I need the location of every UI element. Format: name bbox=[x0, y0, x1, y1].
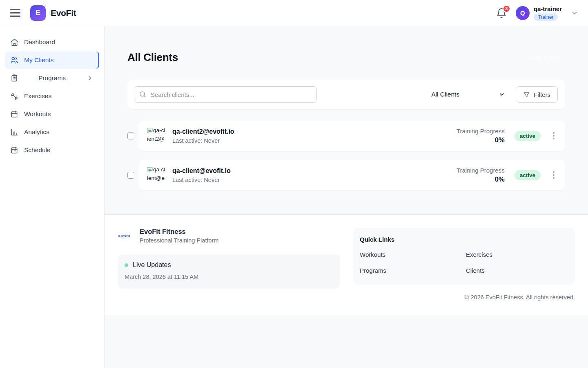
sidebar-item-schedule[interactable]: Schedule bbox=[5, 141, 99, 159]
row-menu-kebab-icon[interactable] bbox=[550, 170, 557, 180]
client-card[interactable]: qa-client@evofit.io qa-client@evofit.io … bbox=[139, 160, 565, 190]
chevron-down-icon[interactable] bbox=[571, 9, 578, 17]
quick-links-card: Quick Links Workouts Exercises Programs … bbox=[353, 228, 575, 285]
quick-links-title: Quick Links bbox=[360, 236, 568, 243]
schedule-icon bbox=[10, 146, 19, 155]
client-email: qa-client2@evofit.io bbox=[172, 128, 234, 135]
broken-image-icon bbox=[147, 128, 153, 133]
status-badge: active bbox=[514, 131, 541, 141]
sidebar-item-label: Schedule bbox=[24, 146, 51, 154]
user-menu[interactable]: Q qa-trainer Trainer bbox=[516, 5, 562, 21]
add-client-button[interactable]: Add Client bbox=[526, 50, 565, 65]
live-updates-title: Live Updates bbox=[133, 261, 171, 269]
sidebar-item-label: Analytics bbox=[24, 128, 49, 136]
footer-logo: ◂▸ EvoFit bbox=[118, 234, 134, 238]
notifications-button[interactable]: 3 bbox=[496, 8, 507, 18]
client-last-active: Last active: Never bbox=[172, 137, 234, 144]
training-progress-label: Training Progress bbox=[457, 128, 505, 135]
brand-name: EvoFit bbox=[51, 8, 76, 18]
client-list: qa-client2@evofit.io qa-client2@evofit.i… bbox=[105, 109, 588, 190]
search-box bbox=[134, 86, 317, 103]
home-icon bbox=[10, 38, 19, 47]
filters-button[interactable]: Filters bbox=[516, 86, 558, 103]
sidebar-item-programs[interactable]: Programs bbox=[5, 70, 99, 87]
sidebar-item-workouts[interactable]: Workouts bbox=[5, 105, 99, 123]
footer-brand-name: EvoFit Fitness bbox=[140, 228, 218, 236]
brand: E EvoFit bbox=[30, 5, 76, 21]
live-updates-timestamp: March 28, 2026 at 11:15 AM bbox=[125, 274, 333, 280]
sidebar-item-label: My Clients bbox=[24, 56, 53, 64]
sidebar-item-label: Exercises bbox=[24, 92, 51, 100]
page-footer: ◂▸ EvoFit EvoFit Fitness Professional Tr… bbox=[105, 214, 588, 315]
client-email: qa-client@evofit.io bbox=[172, 167, 231, 175]
avatar: Q bbox=[516, 6, 530, 20]
top-header: E EvoFit 3 Q qa-trainer Trainer bbox=[0, 0, 588, 26]
clients-toolbar: All Clients Filters bbox=[127, 80, 565, 109]
sidebar-item-label: Programs bbox=[24, 74, 80, 82]
sidebar-item-my-clients[interactable]: My Clients bbox=[5, 52, 99, 69]
client-last-active: Last active: Never bbox=[172, 177, 231, 183]
funnel-icon bbox=[523, 91, 530, 98]
filters-button-label: Filters bbox=[534, 91, 550, 98]
search-icon bbox=[139, 90, 147, 100]
status-badge: active bbox=[514, 170, 541, 180]
training-progress-label: Training Progress bbox=[457, 167, 505, 174]
broken-image-icon bbox=[147, 167, 153, 172]
main-content: All Clients Add Client All Clients Filte… bbox=[105, 26, 588, 368]
evofit-logo: E bbox=[30, 5, 46, 21]
sidebar-item-label: Workouts bbox=[24, 110, 51, 118]
sidebar-item-label: Dashboard bbox=[24, 38, 55, 46]
hamburger-menu-icon[interactable] bbox=[10, 7, 21, 19]
training-progress-value: 0% bbox=[495, 136, 505, 144]
chevron-down-icon bbox=[499, 91, 505, 98]
page-title: All Clients bbox=[127, 51, 178, 64]
client-row: qa-client2@evofit.io qa-client2@evofit.i… bbox=[127, 121, 565, 151]
client-card[interactable]: qa-client2@evofit.io qa-client2@evofit.i… bbox=[139, 121, 565, 151]
live-status-dot bbox=[125, 263, 128, 267]
footer-link-clients[interactable]: Clients bbox=[466, 267, 568, 274]
training-progress-value: 0% bbox=[495, 175, 505, 183]
client-avatar-broken-image: qa-client@evofit.io bbox=[147, 166, 166, 184]
client-filter-select[interactable]: All Clients bbox=[431, 91, 505, 98]
notification-count-badge: 3 bbox=[503, 5, 510, 13]
live-updates-card: Live Updates March 28, 2026 at 11:15 AM bbox=[118, 254, 340, 289]
footer-link-programs[interactable]: Programs bbox=[360, 267, 462, 274]
footer-tagline: Professional Training Platform bbox=[140, 237, 218, 244]
footer-link-workouts[interactable]: Workouts bbox=[360, 251, 462, 258]
copyright-text: © 2026 EvoFit Fitness. All rights reserv… bbox=[353, 294, 575, 301]
client-row: qa-client@evofit.io qa-client@evofit.io … bbox=[127, 160, 565, 190]
clipboard-icon bbox=[10, 74, 19, 83]
search-input[interactable] bbox=[134, 86, 317, 103]
users-icon bbox=[10, 56, 19, 65]
selected-filter-value: All Clients bbox=[431, 91, 459, 98]
role-badge: Trainer bbox=[534, 13, 558, 21]
dumbbell-icon bbox=[10, 92, 19, 101]
bar-chart-icon bbox=[10, 128, 19, 137]
row-menu-kebab-icon[interactable] bbox=[550, 130, 557, 141]
user-name: qa-trainer bbox=[534, 5, 562, 12]
chevron-right-icon bbox=[85, 74, 94, 83]
sidebar: Dashboard My Clients Programs Exercises bbox=[0, 26, 105, 368]
client-row-checkbox[interactable] bbox=[127, 132, 134, 139]
client-avatar-broken-image: qa-client2@evofit.io bbox=[147, 126, 166, 145]
footer-link-exercises[interactable]: Exercises bbox=[466, 251, 568, 258]
sidebar-item-analytics[interactable]: Analytics bbox=[5, 123, 99, 141]
sidebar-item-exercises[interactable]: Exercises bbox=[5, 88, 99, 105]
client-row-checkbox[interactable] bbox=[127, 172, 134, 179]
calendar-icon bbox=[10, 110, 19, 119]
sidebar-item-dashboard[interactable]: Dashboard bbox=[5, 34, 99, 51]
